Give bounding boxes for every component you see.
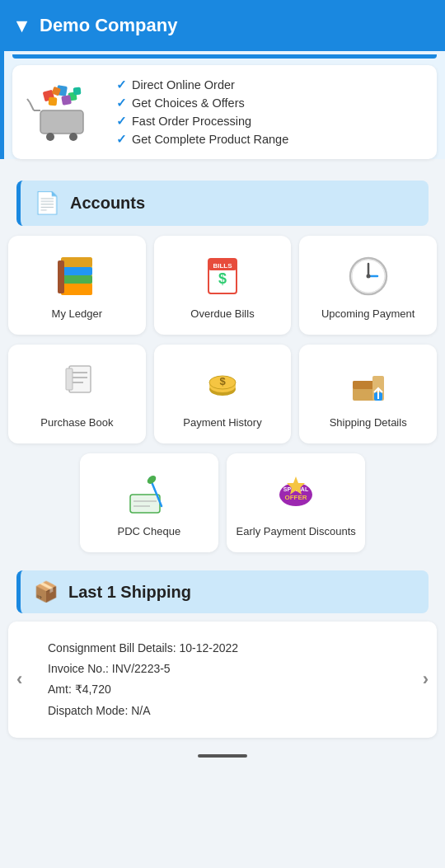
upcoming-payment-label: Upcoming Payment [321,307,415,321]
consignment-detail: Consignment Bill Details: 10-12-2022 [48,638,397,659]
last-shipping-title: Last 1 Shipping [68,583,191,602]
account-item-purchase-book[interactable]: Purchase Book [8,345,146,443]
last-shipping-header: 📦 Last 1 Shipping [16,570,429,613]
promo-feature-item: Get Choices & Offers [116,96,288,110]
promo-feature-item: Direct Online Order [116,78,288,91]
account-item-overdue-bills[interactable]: BILLS$Overdue Bills [154,236,292,335]
company-dropdown-icon[interactable]: ▾ [16,14,26,37]
bottom-bar-line [198,754,247,758]
svg-point-4 [46,133,54,141]
svg-line-2 [30,102,34,110]
bottom-indicator [0,746,445,762]
shipping-details-icon [345,362,391,408]
accounts-row-1: My LedgerBILLS$Overdue BillsUpcoming Pay… [0,226,445,345]
svg-text:OFFER: OFFER [285,494,307,501]
shipping-header-icon: 📦 [34,580,59,603]
pdc-cheque-icon [126,471,172,517]
my-ledger-icon [54,253,100,299]
amount-detail: Amt: ₹4,720 [48,679,397,700]
svg-rect-18 [58,260,64,293]
shipping-card: ‹ Consignment Bill Details: 10-12-2022 I… [8,622,437,738]
app-header: ▾ Demo Company [0,0,445,51]
svg-text:BILLS: BILLS [213,262,232,270]
my-ledger-label: My Ledger [52,307,102,321]
payment-history-label: Payment History [183,416,261,430]
svg-rect-16 [61,275,92,284]
last-shipping-section: 📦 Last 1 Shipping ‹ Consignment Bill Det… [8,570,437,738]
overdue-bills-label: Overdue Bills [190,307,254,321]
account-item-early-payment-discounts[interactable]: SPECIALOFFEREarly Payment Discounts [227,453,365,552]
shipping-details: Consignment Bill Details: 10-12-2022 Inv… [48,638,397,721]
purchase-book-icon [54,362,100,408]
svg-rect-10 [61,95,72,106]
account-item-shipping-details[interactable]: Shipping Details [299,345,437,443]
svg-text:$: $ [219,375,226,387]
svg-point-5 [69,133,77,141]
overdue-bills-icon: BILLS$ [199,253,246,299]
accounts-row-2: Purchase Book$Payment HistoryShipping De… [0,345,445,453]
account-item-upcoming-payment[interactable]: Upcoming Payment [299,236,437,335]
promo-section: Direct Online OrderGet Choices & OffersF… [0,51,445,159]
invoice-detail: Invoice No.: INV/2223-5 [48,659,397,679]
svg-rect-17 [61,284,92,295]
purchase-book-label: Purchase Book [40,416,113,430]
accounts-section: 📄 Accounts [0,166,445,226]
company-name: Demo Company [40,15,177,36]
promo-card: Direct Online OrderGet Choices & OffersF… [12,65,437,159]
svg-rect-15 [61,267,92,275]
shipping-details-label: Shipping Details [330,416,407,430]
payment-history-icon: $ [199,362,246,408]
pdc-cheque-label: PDC Cheque [118,525,181,539]
account-item-pdc-cheque[interactable]: PDC Cheque [80,453,218,552]
accounts-row-3: PDC ChequeSPECIALOFFEREarly Payment Disc… [0,453,445,562]
early-payment-discounts-label: Early Payment Discounts [237,525,356,539]
dispatch-detail: Dispatch Mode: N/A [48,701,397,721]
account-item-my-ledger[interactable]: My Ledger [8,236,146,335]
svg-rect-9 [49,97,58,106]
shipping-next-button[interactable]: › [423,669,429,690]
svg-line-3 [27,99,30,102]
svg-text:$: $ [218,270,227,287]
shipping-prev-button[interactable]: ‹ [16,669,22,690]
accounts-section-header: 📄 Accounts [16,181,429,226]
svg-rect-14 [61,257,92,267]
promo-features-list: Direct Online OrderGet Choices & OffersF… [116,78,288,146]
early-payment-discounts-icon: SPECIALOFFER [273,471,319,517]
svg-rect-12 [73,87,82,96]
svg-point-27 [366,274,370,278]
promo-feature-item: Get Complete Product Range [116,133,288,146]
svg-rect-0 [40,110,83,134]
accounts-title: Accounts [70,194,145,213]
account-item-payment-history[interactable]: $Payment History [154,345,292,443]
promo-feature-item: Fast Order Processing [116,115,288,128]
upcoming-payment-icon [345,253,391,299]
svg-rect-42 [130,495,160,513]
accounts-icon: 📄 [34,190,60,216]
svg-rect-32 [66,368,73,390]
cart-illustration [26,79,100,145]
